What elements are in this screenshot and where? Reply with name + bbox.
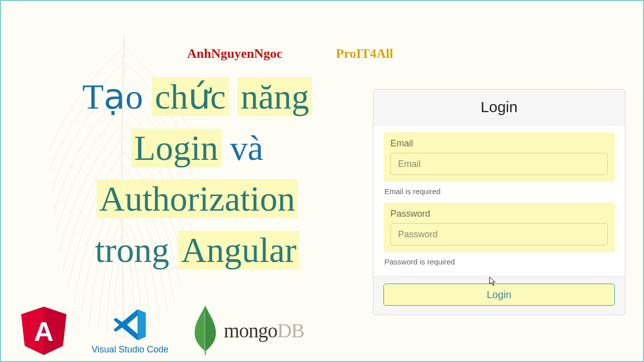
password-field-wrap: Password bbox=[383, 203, 615, 252]
title-word: trong bbox=[95, 231, 170, 269]
vscode-logo-group: Visual Studio Code bbox=[92, 307, 169, 355]
email-error: Email is required bbox=[383, 182, 615, 203]
author-credits: AnhNguyenNgoc ProIT4All bbox=[187, 46, 393, 61]
mongodb-text: mongoDB bbox=[224, 319, 304, 342]
author-name: AnhNguyenNgoc bbox=[187, 46, 282, 61]
channel-name: ProIT4All bbox=[336, 46, 393, 61]
title-word: và bbox=[230, 129, 263, 167]
mongodb-logo-group: mongoDB bbox=[194, 306, 304, 355]
title-word-hl: Login bbox=[131, 129, 221, 167]
vscode-label: Visual Studio Code bbox=[92, 344, 169, 355]
svg-text:A: A bbox=[34, 316, 54, 346]
email-field[interactable] bbox=[390, 153, 608, 175]
password-field[interactable] bbox=[390, 223, 608, 245]
slide-title: Tạo chức năng Login và Authorization tro… bbox=[31, 71, 363, 276]
mongo-word: mongo bbox=[224, 319, 277, 342]
email-field-wrap: Email bbox=[383, 132, 615, 182]
password-label: Password bbox=[390, 209, 608, 219]
login-button[interactable]: Login bbox=[383, 284, 615, 306]
vscode-icon bbox=[112, 307, 147, 342]
title-word-hl: năng bbox=[237, 77, 312, 116]
title-word-hl: Angular bbox=[178, 231, 299, 269]
title-word-hl: Authorization bbox=[97, 179, 298, 218]
title-word-hl: chức bbox=[152, 77, 229, 116]
title-word: Tạo bbox=[83, 77, 143, 116]
mongodb-leaf-icon bbox=[194, 306, 217, 355]
password-error: Password is required bbox=[383, 252, 615, 273]
login-card: Login Email Email is required Password P… bbox=[373, 89, 625, 315]
email-label: Email bbox=[390, 138, 608, 149]
login-heading: Login bbox=[373, 89, 625, 125]
angular-icon: A bbox=[21, 307, 66, 355]
mongo-db-word: DB bbox=[277, 319, 304, 342]
